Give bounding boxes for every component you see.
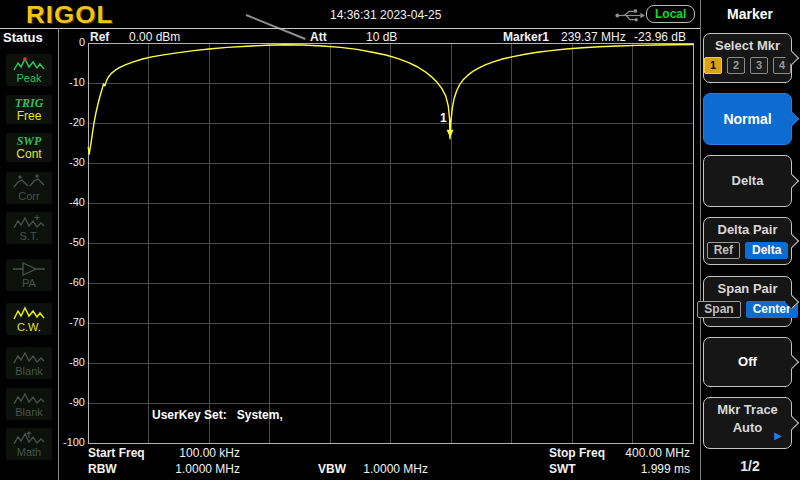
vbw-value: 1.0000 MHz xyxy=(354,462,428,476)
status-panel-divider xyxy=(58,28,59,480)
mkr-trace-button[interactable]: Mkr Trace Auto ▶ xyxy=(703,397,792,449)
status-item-trigger: TRIG Free xyxy=(6,95,52,124)
menu-title: Marker xyxy=(700,6,800,22)
rigol-logo: RIGOL xyxy=(26,1,113,29)
y-axis-tick: -50 xyxy=(58,236,85,248)
clock: 14:36:31 2023-04-25 xyxy=(330,8,470,22)
att-label: Att xyxy=(310,30,327,44)
status-item-cw: C.W. xyxy=(6,303,52,335)
y-axis-tick: 0 xyxy=(58,36,85,48)
select-mkr-option-1: 1 xyxy=(704,57,722,74)
status-item-st: S.T. xyxy=(6,212,52,244)
marker-freq: 239.37 MHz xyxy=(561,30,626,44)
status-label: Peak xyxy=(16,72,41,84)
start-freq-label: Start Freq xyxy=(88,446,145,460)
sweep-time-icon xyxy=(12,214,46,230)
status-label: PA xyxy=(22,277,36,289)
vbw-label: VBW xyxy=(318,462,346,476)
status-item-math: Math xyxy=(6,428,52,460)
cw-waveform-icon xyxy=(12,305,46,321)
y-axis-tick: -40 xyxy=(58,196,85,208)
status-label: Blank xyxy=(15,365,43,377)
userkey-label: UserKey Set: xyxy=(152,408,227,422)
select-mkr-option-3: 3 xyxy=(750,57,768,74)
mkr-trace-label: Mkr Trace xyxy=(704,402,791,417)
spectrum-plot xyxy=(0,0,710,480)
delta-pair-button[interactable]: Delta Pair Ref Delta xyxy=(703,217,792,265)
status-item-peak: Peak xyxy=(6,54,52,86)
status-label: S.T. xyxy=(20,230,39,242)
select-mkr-button[interactable]: Select Mkr 1 2 3 4 xyxy=(703,33,792,83)
status-label: Blank xyxy=(15,406,43,418)
marker-amp: -23.96 dB xyxy=(634,30,686,44)
peak-waveform-icon xyxy=(12,56,46,72)
delta-button[interactable]: Delta xyxy=(703,155,792,207)
y-axis-tick: -60 xyxy=(58,276,85,288)
status-item-sweep: SWP Cont xyxy=(6,133,52,162)
delta-label: Delta xyxy=(704,156,791,206)
span-pair-span-chip: Span xyxy=(697,301,740,318)
status-panel-title: Status xyxy=(3,30,43,45)
blank-waveform-icon xyxy=(12,390,46,406)
y-axis-tick: -10 xyxy=(58,76,85,88)
menu-panel-divider xyxy=(700,0,701,480)
status-item-corr: Corr xyxy=(6,172,52,204)
span-pair-center-chip: Center xyxy=(746,301,798,318)
swt-value: 1.999 ms xyxy=(606,462,690,476)
status-label: Corr xyxy=(18,190,39,202)
menu-page-indicator: 1/2 xyxy=(700,458,800,474)
start-freq-value: 100.00 kHz xyxy=(160,446,240,460)
marker-number-label: 1 xyxy=(440,111,447,125)
status-item-blank2: Blank xyxy=(6,388,52,420)
delta-pair-delta-chip: Delta xyxy=(745,242,788,259)
normal-button[interactable]: Normal xyxy=(703,93,792,145)
select-mkr-label: Select Mkr xyxy=(704,38,791,53)
select-mkr-option-4: 4 xyxy=(773,57,791,74)
off-label: Off xyxy=(704,338,791,386)
y-axis-tick: -70 xyxy=(58,316,85,328)
userkey-value: System, xyxy=(237,408,283,422)
status-label: C.W. xyxy=(17,321,41,333)
span-pair-label: Span Pair xyxy=(704,281,791,296)
delta-pair-label: Delta Pair xyxy=(704,222,791,237)
local-badge: Local xyxy=(646,5,695,23)
y-axis-tick: -100 xyxy=(58,436,85,448)
status-item-blank1: Blank xyxy=(6,347,52,379)
submenu-arrow-icon: ▶ xyxy=(774,431,782,441)
status-label: Cont xyxy=(16,148,41,160)
ref-value: 0.00 dBm xyxy=(129,30,180,44)
preamp-icon xyxy=(12,261,46,277)
y-axis-tick: -80 xyxy=(58,356,85,368)
stop-freq-label: Stop Freq xyxy=(549,446,605,460)
y-axis-tick: -90 xyxy=(58,396,85,408)
rbw-value: 1.0000 MHz xyxy=(160,462,240,476)
math-waveform-icon xyxy=(12,430,46,446)
normal-label: Normal xyxy=(704,94,791,144)
swt-label: SWT xyxy=(549,462,576,476)
corr-icon xyxy=(12,174,46,190)
usb-icon xyxy=(614,8,646,27)
status-label: Free xyxy=(17,110,42,122)
span-pair-button[interactable]: Span Pair Span Center xyxy=(703,276,792,327)
blank-waveform-icon xyxy=(12,349,46,365)
select-mkr-option-2: 2 xyxy=(727,57,745,74)
y-axis-tick: -20 xyxy=(58,116,85,128)
delta-pair-ref-chip: Ref xyxy=(707,242,740,259)
status-label: Math xyxy=(17,446,41,458)
status-item-pa: PA xyxy=(6,259,52,291)
analyzer-screen: RIGOL 14:36:31 2023-04-25 Local Status P… xyxy=(0,0,800,480)
stop-freq-value: 400.00 MHz xyxy=(606,446,690,460)
att-value: 10 dB xyxy=(366,30,397,44)
userkey-message: UserKey Set: System, xyxy=(152,408,283,422)
rbw-label: RBW xyxy=(88,462,117,476)
ref-label: Ref xyxy=(90,30,109,44)
marker-name: Marker1 xyxy=(503,30,549,44)
y-axis-tick: -30 xyxy=(58,156,85,168)
topbar-divider xyxy=(0,28,700,29)
off-button[interactable]: Off xyxy=(703,337,792,387)
